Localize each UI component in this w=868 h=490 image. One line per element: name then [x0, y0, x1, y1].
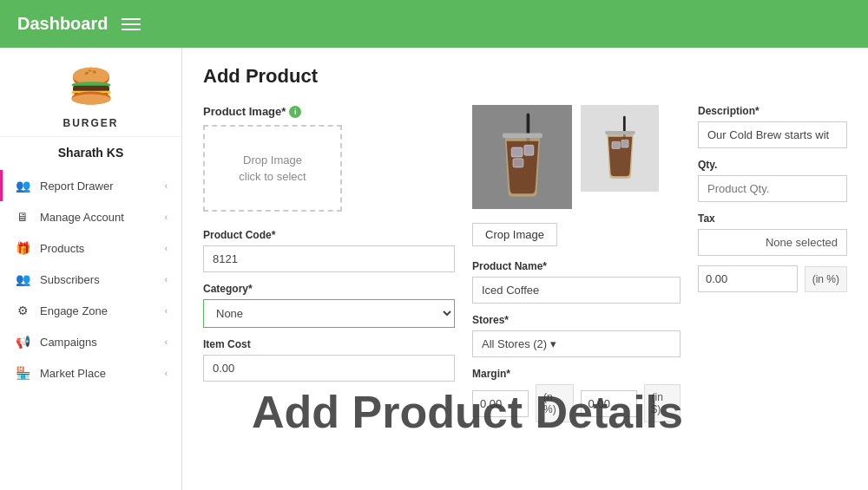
qty-group: Qty. [698, 159, 847, 202]
sidebar-item-report-drawer[interactable]: 👥 Report Drawer ‹ [0, 170, 181, 201]
burger-logo-icon [65, 62, 117, 114]
svg-rect-14 [523, 145, 533, 155]
description-group: Description* [698, 105, 847, 148]
svg-rect-13 [511, 147, 523, 157]
description-label: Description* [698, 105, 847, 117]
product-code-group: Product Code* [203, 229, 455, 272]
info-icon: i [289, 106, 301, 118]
user-name: Sharath KS [0, 137, 181, 167]
product-name-group: Product Name* [472, 260, 681, 304]
product-code-input[interactable] [203, 245, 455, 272]
sidebar-item-products[interactable]: 🎁 Products ‹ [0, 232, 181, 264]
image-preview-thumb [581, 105, 659, 192]
sidebar-label-manage-account: Manage Account [40, 211, 165, 224]
chevron-icon: ‹ [165, 337, 168, 347]
tax-group: Tax None selected (in %) [698, 212, 847, 292]
active-indicator [0, 170, 3, 201]
report-drawer-icon: 👥 [14, 179, 31, 193]
image-previews [472, 105, 681, 209]
item-cost-input[interactable] [203, 355, 455, 382]
market-place-icon: 🏪 [14, 366, 31, 380]
product-image-label: Product Image* i [203, 105, 455, 118]
product-name-label: Product Name* [472, 260, 681, 272]
svg-rect-12 [503, 134, 542, 139]
image-preview-main [472, 105, 572, 209]
iced-coffee-thumb-icon [596, 112, 644, 186]
margin-pct-unit: (n %) [536, 384, 574, 422]
main-content: Add Product Product Image* i Drop Image … [182, 48, 868, 490]
sidebar-item-engage-zone[interactable]: ⚙ Engage Zone ‹ [0, 295, 181, 326]
engage-zone-icon: ⚙ [14, 304, 31, 317]
iced-coffee-large-icon [488, 109, 557, 205]
image-upload-dropzone[interactable]: Drop Image click to select [203, 125, 342, 212]
upload-placeholder: Drop Image click to select [239, 152, 306, 186]
sidebar-item-campaigns[interactable]: 📢 Campaigns ‹ [0, 326, 181, 357]
crop-image-button[interactable]: Crop Image [472, 223, 557, 246]
chevron-icon: ‹ [165, 275, 168, 284]
campaigns-icon: 📢 [14, 335, 31, 349]
svg-rect-15 [513, 159, 523, 167]
app-header: Dashboard [0, 0, 868, 48]
category-group: Category* None [203, 283, 455, 328]
sidebar-navigation: 👥 Report Drawer ‹ 🖥 Manage Account ‹ 🎁 P… [0, 167, 181, 392]
item-cost-label: Item Cost [203, 338, 455, 350]
margin-inputs: (n %) (in $) [472, 384, 681, 422]
sidebar-item-subscribers[interactable]: 👥 Subscribers ‹ [0, 264, 181, 295]
app-title: Dashboard [17, 14, 108, 34]
tax-label: Tax [698, 212, 847, 225]
chevron-icon: ‹ [165, 306, 168, 316]
sidebar-item-manage-account[interactable]: 🖥 Manage Account ‹ [0, 201, 181, 232]
form-center-panel: Crop Image Product Name* Stores* All Sto… [472, 105, 681, 422]
page-title: Add Product [203, 65, 847, 88]
subscribers-icon: 👥 [14, 272, 31, 286]
sidebar-label-campaigns: Campaigns [40, 336, 165, 349]
sidebar-item-market-place[interactable]: 🏪 Market Place ‹ [0, 357, 181, 389]
products-icon: 🎁 [14, 241, 31, 255]
chevron-icon: ‹ [165, 244, 168, 253]
form-right-panel: Description* Qty. Tax None selected (in … [698, 105, 847, 422]
product-name-input[interactable] [472, 277, 681, 304]
qty-input[interactable] [698, 175, 847, 202]
category-label: Category* [203, 283, 455, 295]
sidebar-label-report-drawer: Report Drawer [40, 180, 165, 193]
sidebar-label-products: Products [40, 242, 165, 255]
chevron-icon: ‹ [165, 369, 168, 378]
sidebar-brand: BURGER [0, 48, 181, 137]
item-cost-group: Item Cost [203, 338, 455, 382]
menu-button[interactable] [122, 18, 141, 30]
margin-pct-input[interactable] [472, 390, 529, 417]
svg-rect-17 [605, 130, 635, 134]
qty-label: Qty. [698, 159, 847, 171]
margin-dollar-input[interactable] [581, 390, 637, 417]
tax-select[interactable]: None selected [698, 229, 847, 256]
sidebar-label-market-place: Market Place [40, 367, 165, 380]
stores-value: All Stores (2) ▾ [482, 337, 556, 350]
sidebar-label-engage-zone: Engage Zone [40, 304, 165, 317]
svg-point-10 [71, 95, 110, 105]
tax-pct-unit: (in %) [805, 266, 847, 292]
stores-label: Stores* [472, 314, 681, 326]
svg-rect-18 [611, 141, 620, 148]
tax-pct-row: (in %) [698, 265, 847, 292]
category-select[interactable]: None [203, 299, 455, 328]
product-code-label: Product Code* [203, 229, 455, 241]
margin-label: Margin* [472, 368, 681, 380]
tax-pct-input[interactable] [698, 265, 798, 292]
svg-point-4 [88, 69, 91, 71]
stores-dropdown[interactable]: All Stores (2) ▾ [472, 330, 681, 357]
description-input[interactable] [698, 121, 847, 148]
sidebar-label-subscribers: Subscribers [40, 273, 165, 286]
form-section: Product Image* i Drop Image click to sel… [203, 105, 847, 422]
chevron-icon: ‹ [165, 212, 168, 222]
margin-dollar-unit: (in $) [644, 384, 681, 422]
margin-group: Margin* (n %) (in $) [472, 368, 681, 422]
stores-group: Stores* All Stores (2) ▾ [472, 314, 681, 357]
manage-account-icon: 🖥 [14, 210, 31, 224]
chevron-icon: ‹ [165, 181, 168, 191]
brand-name: BURGER [62, 117, 118, 129]
sidebar: BURGER Sharath KS 👥 Report Drawer ‹ 🖥 Ma… [0, 48, 182, 490]
form-left-panel: Product Image* i Drop Image click to sel… [203, 105, 455, 422]
svg-rect-19 [621, 140, 628, 147]
